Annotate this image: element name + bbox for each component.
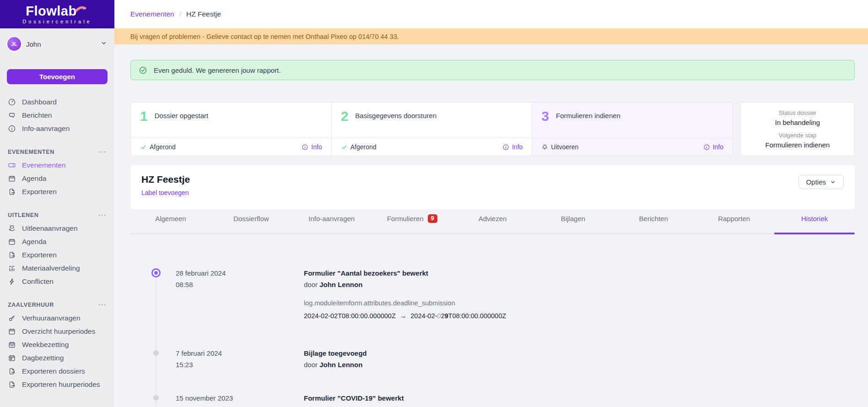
new-value-post: T08:00:00.000000Z xyxy=(448,312,507,320)
sidebar-item-label: Uitleenaanvragen xyxy=(22,224,78,233)
check-icon xyxy=(341,144,348,151)
workflow-steps: 1 Dossier opgestart Afgerond Info xyxy=(130,102,855,156)
chart-icon xyxy=(8,264,16,272)
entry-title: Bijlage toegevoegd xyxy=(304,347,855,359)
brand-arrow-icon xyxy=(75,5,89,15)
user-name: John xyxy=(26,40,41,48)
sidebar-item-uitleenaanvragen[interactable]: Uitleenaanvragen xyxy=(0,222,114,235)
step-2-basisgegevens-doorsturen: 2 Basisgegevens doorsturen Afgerond Info xyxy=(332,103,533,156)
entry-author: door John Lennon xyxy=(304,279,855,290)
entry-author: door John Lennon xyxy=(304,404,855,407)
sidebar-item-exporteren-evenementen[interactable]: Exporteren xyxy=(0,185,114,198)
sidebar-item-verhuuraanvragen[interactable]: Verhuuraanvragen xyxy=(0,311,114,325)
timeline-date: 15 november 2023 13:20 xyxy=(176,392,304,407)
step-info-label: Info xyxy=(713,143,723,151)
step-info-button[interactable]: Info xyxy=(703,143,723,151)
sidebar-item-exporteren-uitlenen[interactable]: Exporteren xyxy=(0,248,114,261)
tab-info-aanvragen[interactable]: Info-aanvragen xyxy=(291,209,372,234)
section-more-button[interactable]: ··· xyxy=(98,212,107,218)
calendar-day-icon xyxy=(8,354,16,362)
sidebar-item-label: Info-aanvragen xyxy=(22,125,70,133)
tab-adviezen[interactable]: Adviezen xyxy=(453,209,533,234)
sidebar-item-label: Evenementen xyxy=(22,161,66,169)
calendar-icon xyxy=(8,174,16,183)
topbar: Evenementen / HZ Feestje xyxy=(114,0,868,28)
step-info-button[interactable]: Info xyxy=(502,143,523,151)
user-menu[interactable]: JL John xyxy=(7,37,107,51)
tab-label: Info-aanvragen xyxy=(308,215,355,222)
tab-berichten[interactable]: Berichten xyxy=(613,209,694,234)
section-title: ZAALVERHUUR xyxy=(8,302,54,308)
ticket-icon xyxy=(8,161,16,169)
sidebar-item-overzicht-huurperiodes[interactable]: Overzicht huurperiodes xyxy=(0,325,114,338)
step-3-formulieren-indienen: 3 Formulieren indienen Uitvoeren Info xyxy=(532,103,733,156)
section-more-button[interactable]: ··· xyxy=(98,148,107,155)
sidebar-item-label: Overzicht huurperiodes xyxy=(22,327,95,336)
tab-rapporten[interactable]: Rapporten xyxy=(694,209,774,234)
section-more-button[interactable]: ··· xyxy=(98,301,107,308)
sidebar-item-weekbezetting[interactable]: Weekbezetting xyxy=(0,338,114,351)
entry-detail: log.moduleitemform.attributes.deadline_s… xyxy=(304,297,855,322)
arrow-right-icon: → xyxy=(400,312,407,320)
calendar-icon xyxy=(8,327,16,336)
contact-banner: Bij vragen of problemen - Gelieve contac… xyxy=(114,28,868,44)
step-info-label: Info xyxy=(512,143,523,151)
sidebar-item-info-aanvragen[interactable]: Info-aanvragen xyxy=(0,122,114,135)
sidebar-nav: Dashboard Berichten Info-aanvragen EVENE… xyxy=(0,95,114,391)
author-prefix: door xyxy=(304,361,318,369)
timeline-dot xyxy=(153,395,159,401)
timeline-date: 7 februari 2024 15:23 xyxy=(176,347,304,370)
add-button[interactable]: Toevoegen xyxy=(7,69,108,84)
sidebar-item-conflicten[interactable]: Conflicten xyxy=(0,275,114,288)
timeline-entry: 7 februari 2024 15:23 Bijlage toegevoegd… xyxy=(130,347,855,370)
timeline-body: Bijlage toegevoegd door John Lennon xyxy=(304,347,855,370)
status-label: Status dossier xyxy=(745,108,850,118)
tab-historiek[interactable]: Historiek xyxy=(774,209,855,234)
chevron-down-icon xyxy=(101,40,107,48)
step-status-label: Uitvoeren xyxy=(551,143,578,151)
check-circle-icon xyxy=(139,66,147,75)
sidebar-item-agenda-evenementen[interactable]: Agenda xyxy=(0,172,114,185)
step-title: Basisgegevens doorsturen xyxy=(355,109,437,119)
step-number: 3 xyxy=(541,109,549,123)
timeline-body: Formulier "Aantal bezoekers" bewerkt doo… xyxy=(304,267,855,322)
sidebar-item-materiaalverdeling[interactable]: Materiaalverdeling xyxy=(0,261,114,275)
sidebar-item-dagbezetting[interactable]: Dagbezetting xyxy=(0,351,114,364)
timeline-dot-active xyxy=(151,268,161,277)
entry-time: 08:58 xyxy=(176,279,304,290)
entry-title: Formulier "Aantal bezoekers" bewerkt xyxy=(304,267,855,279)
entry-time: 13:20 xyxy=(176,404,304,407)
add-label-link[interactable]: Label toevoegen xyxy=(141,189,189,196)
options-button[interactable]: Opties xyxy=(798,175,844,189)
sidebar-item-evenementen[interactable]: Evenementen xyxy=(0,158,114,172)
sidebar-item-label: Berichten xyxy=(22,111,52,119)
calendar-icon xyxy=(8,238,16,246)
section-title: EVENEMENTEN xyxy=(8,149,54,155)
sidebar-section-evenementen: EVENEMENTEN ··· xyxy=(0,145,114,158)
timeline-marker xyxy=(130,392,176,407)
formulieren-count-badge: 9 xyxy=(428,214,437,223)
sidebar-item-agenda-uitlenen[interactable]: Agenda xyxy=(0,235,114,248)
tab-formulieren[interactable]: Formulieren 9 xyxy=(372,209,453,234)
tab-label: Historiek xyxy=(801,215,828,222)
sidebar-item-label: Exporteren xyxy=(22,251,57,259)
file-export-icon xyxy=(8,380,16,389)
sidebar-item-label: Dagbezetting xyxy=(22,354,64,362)
sidebar-item-exporteren-dossiers[interactable]: Exporteren dossiers xyxy=(0,364,114,378)
timeline-entry: 15 november 2023 13:20 Formulier ”COVID-… xyxy=(130,392,855,407)
tab-label: Berichten xyxy=(639,215,668,222)
tab-label: Dossierflow xyxy=(233,215,269,222)
file-export-icon xyxy=(8,251,16,259)
sidebar-item-dashboard[interactable]: Dashboard xyxy=(0,95,114,109)
entry-title: Formulier ”COVID-19” bewerkt xyxy=(304,392,855,404)
app-logo: Flowlab Dossiercentrale xyxy=(0,0,114,28)
status-value: In behandeling xyxy=(745,118,850,128)
sidebar-item-exporteren-huurperiodes[interactable]: Exporteren huurperiodes xyxy=(0,378,114,391)
sidebar-item-berichten[interactable]: Berichten xyxy=(0,109,114,122)
tab-algemeen[interactable]: Algemeen xyxy=(130,209,211,234)
tab-bijlagen[interactable]: Bijlagen xyxy=(533,209,613,234)
tab-dossierflow[interactable]: Dossierflow xyxy=(211,209,291,234)
breadcrumb-parent-link[interactable]: Evenementen xyxy=(130,10,174,18)
step-info-button[interactable]: Info xyxy=(302,143,322,151)
entry-date: 7 februari 2024 xyxy=(176,347,304,359)
